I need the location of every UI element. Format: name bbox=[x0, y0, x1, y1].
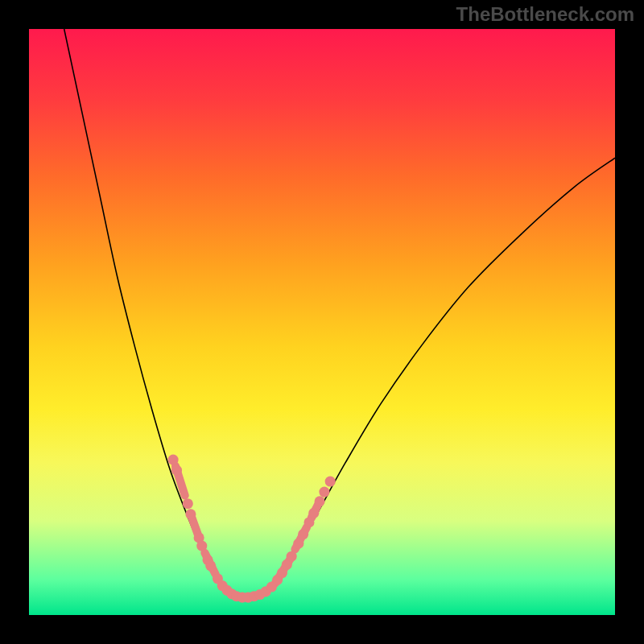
marker-dot bbox=[287, 551, 297, 562]
marker-dot bbox=[185, 509, 196, 519]
bottleneck-curve bbox=[64, 29, 615, 598]
watermark-label: TheBottleneck.com bbox=[456, 3, 634, 26]
marker-dot bbox=[183, 498, 193, 509]
marker-dot bbox=[319, 487, 329, 497]
marker-dot bbox=[196, 541, 207, 551]
marker-dot bbox=[171, 465, 182, 476]
marker-dot bbox=[205, 560, 216, 571]
marker-dot bbox=[168, 455, 179, 465]
marker-dot bbox=[308, 508, 319, 518]
marker-layer bbox=[168, 455, 336, 603]
chart-svg bbox=[29, 29, 615, 615]
marker-dot bbox=[325, 476, 336, 486]
marker-dot bbox=[315, 496, 325, 506]
chart-plot-area bbox=[29, 29, 615, 615]
marker-dot bbox=[303, 517, 314, 527]
marker-pill bbox=[192, 518, 197, 534]
marker-dot bbox=[293, 539, 303, 549]
marker-dot bbox=[298, 529, 308, 539]
